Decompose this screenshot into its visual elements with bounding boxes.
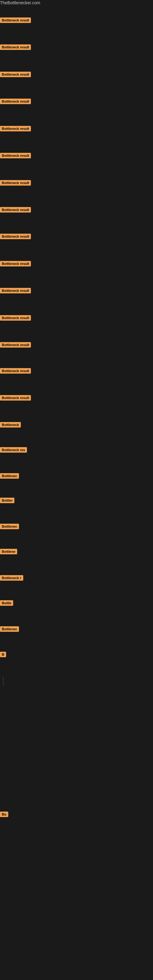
bottleneck-item-3[interactable]: Bottleneck result <box>0 99 31 105</box>
bottleneck-badge-17: Bottlenec <box>0 473 19 479</box>
bottleneck-badge-22: Bottle <box>0 600 13 606</box>
bottleneck-item-13[interactable]: Bottleneck result <box>0 368 31 375</box>
bottleneck-badge-15: Bottleneck <box>0 422 21 428</box>
bottleneck-item-10[interactable]: Bottleneck result <box>0 288 31 294</box>
bottleneck-badge-13: Bottleneck result <box>0 368 31 374</box>
bottleneck-item-9[interactable]: Bottleneck result <box>0 261 31 268</box>
bottleneck-item-11[interactable]: Bottleneck result <box>0 315 31 322</box>
bottleneck-item-6[interactable]: Bottleneck result <box>0 180 31 187</box>
bottleneck-badge-10: Bottleneck result <box>0 288 31 293</box>
bottleneck-item-18[interactable]: Bottler <box>0 498 14 504</box>
bottleneck-item-1[interactable]: Bottleneck result <box>0 45 31 51</box>
bottleneck-item-15[interactable]: Bottleneck <box>0 422 21 429</box>
bottleneck-badge-8: Bottleneck result <box>0 234 31 239</box>
bottleneck-item-26[interactable]: Bo <box>0 811 8 818</box>
bottleneck-item-12[interactable]: Bottleneck result <box>0 342 31 349</box>
bottleneck-item-16[interactable]: Bottleneck res <box>0 447 27 454</box>
bottleneck-item-24[interactable]: B <box>0 652 6 659</box>
bottleneck-badge-5: Bottleneck result <box>0 153 31 158</box>
bottleneck-badge-14: Bottleneck result <box>0 395 31 401</box>
bottleneck-badge-19: Bottlenec <box>0 524 19 529</box>
bottleneck-badge-9: Bottleneck result <box>0 261 31 266</box>
bottleneck-item-20[interactable]: Bottlene <box>0 549 17 555</box>
bottleneck-badge-24: B <box>0 652 6 657</box>
bottleneck-item-2[interactable]: Bottleneck result <box>0 72 31 78</box>
bottleneck-badge-26: Bo <box>0 811 8 817</box>
bottleneck-item-19[interactable]: Bottlenec <box>0 524 19 530</box>
bottleneck-badge-23: Bottlenec <box>0 626 19 632</box>
bottleneck-badge-2: Bottleneck result <box>0 72 31 77</box>
vertical-line-25 <box>3 677 3 686</box>
bottleneck-item-23[interactable]: Bottlenec <box>0 626 19 633</box>
site-header: TheBottlenecker.com <box>0 0 153 5</box>
bottleneck-item-5[interactable]: Bottleneck result <box>0 153 31 159</box>
bottleneck-badge-21: Bottleneck r <box>0 575 23 581</box>
bottleneck-badge-4: Bottleneck result <box>0 126 31 131</box>
bottleneck-item-0[interactable]: Bottleneck result <box>0 18 31 24</box>
bottleneck-item-7[interactable]: Bottleneck result <box>0 207 31 214</box>
bottleneck-badge-0: Bottleneck result <box>0 18 31 23</box>
bottleneck-item-22[interactable]: Bottle <box>0 600 13 607</box>
bottleneck-badge-16: Bottleneck res <box>0 447 27 453</box>
bottleneck-item-21[interactable]: Bottleneck r <box>0 575 23 582</box>
bottleneck-badge-6: Bottleneck result <box>0 180 31 186</box>
bottleneck-badge-1: Bottleneck result <box>0 45 31 50</box>
bottleneck-item-8[interactable]: Bottleneck result <box>0 234 31 240</box>
bottleneck-badge-11: Bottleneck result <box>0 315 31 321</box>
bottleneck-badge-3: Bottleneck result <box>0 99 31 104</box>
bottleneck-badge-18: Bottler <box>0 498 14 503</box>
bottleneck-item-4[interactable]: Bottleneck result <box>0 126 31 133</box>
bottleneck-badge-12: Bottleneck result <box>0 342 31 348</box>
bottleneck-badge-20: Bottlene <box>0 549 17 554</box>
bottleneck-item-14[interactable]: Bottleneck result <box>0 395 31 402</box>
bottleneck-item-17[interactable]: Bottlenec <box>0 473 19 480</box>
bottleneck-badge-7: Bottleneck result <box>0 207 31 213</box>
